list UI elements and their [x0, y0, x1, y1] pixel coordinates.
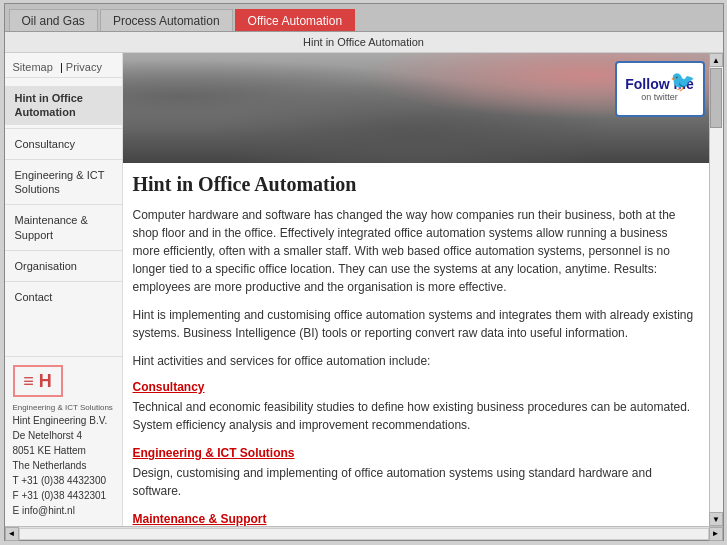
bottom-scroll-track: [19, 528, 709, 540]
consultancy-link[interactable]: Consultancy: [133, 380, 205, 394]
country: The Netherlands: [13, 458, 114, 473]
intro-paragraph: Computer hardware and software has chang…: [133, 206, 695, 296]
nav-maintenance[interactable]: Maintenance & Support: [5, 208, 122, 247]
nav-divider-1: [5, 128, 122, 129]
follow-me-badge[interactable]: 🐦 Follow me on twitter: [615, 61, 705, 117]
logo-graphic: ≡ H: [13, 365, 63, 397]
phone: T +31 (0)38 4432300: [13, 473, 114, 488]
content-scroll[interactable]: Hint in Office Automation Computer hardw…: [123, 163, 709, 526]
email[interactable]: E info@hint.nl: [13, 503, 114, 518]
nav-hint-office[interactable]: Hint in Office Automation: [5, 86, 122, 125]
follow-sub-label: on twitter: [641, 92, 678, 102]
tab-process-automation[interactable]: Process Automation: [100, 9, 233, 31]
page-title: Hint in Office Automation: [133, 173, 695, 196]
hero-image: 🐦 Follow me on twitter: [123, 53, 709, 163]
main-layout: Sitemap | Privacy Hint in Office Automat…: [5, 53, 723, 526]
browser-frame: Oil and Gas Process Automation Office Au…: [4, 3, 724, 541]
address-block: Hint Engineering B.V. De Netelhorst 4 80…: [13, 413, 114, 518]
nav-contact[interactable]: Contact: [5, 285, 122, 309]
scroll-track: [710, 67, 723, 512]
scroll-thumb[interactable]: [710, 68, 722, 128]
nav-organisation[interactable]: Organisation: [5, 254, 122, 278]
nav-consultancy[interactable]: Consultancy: [5, 132, 122, 156]
scroll-right-button[interactable]: ►: [709, 527, 723, 541]
twitter-bird-icon: 🐦: [670, 69, 695, 93]
sidebar-top-links: Sitemap | Privacy: [5, 57, 122, 78]
nav-engineering[interactable]: Engineering & ICT Solutions: [5, 163, 122, 202]
para3: Hint activities and services for office …: [133, 352, 695, 370]
section-consultancy: Consultancy Technical and economic feasi…: [133, 380, 695, 434]
sitemap-link[interactable]: Sitemap: [13, 61, 53, 73]
tab-office-automation[interactable]: Office Automation: [235, 9, 356, 31]
sidebar-logo: ≡ H Engineering & ICT Solutions Hint Eng…: [5, 356, 122, 526]
tab-bar: Oil and Gas Process Automation Office Au…: [5, 4, 723, 32]
section-engineering: Engineering & ICT Solutions Design, cust…: [133, 446, 695, 500]
logo-box: ≡ H: [13, 365, 114, 397]
logo-sub-text: Engineering & ICT Solutions: [13, 403, 114, 413]
content-area: 🐦 Follow me on twitter Hint in Office Au…: [123, 53, 709, 526]
consultancy-desc: Technical and economic feasibility studi…: [133, 398, 695, 434]
sidebar-nav: Hint in Office Automation Consultancy En…: [5, 82, 122, 356]
sidebar: Sitemap | Privacy Hint in Office Automat…: [5, 53, 123, 526]
nav-divider-2: [5, 159, 122, 160]
breadcrumb: Hint in Office Automation: [5, 32, 723, 53]
scroll-left-button[interactable]: ◄: [5, 527, 19, 541]
nav-divider-5: [5, 281, 122, 282]
engineering-desc: Design, customising and implementing of …: [133, 464, 695, 500]
nav-divider-4: [5, 250, 122, 251]
logo-letter: ≡ H: [23, 372, 52, 390]
right-scrollbar[interactable]: ▲ ▼: [709, 53, 723, 526]
fax: F +31 (0)38 4432301: [13, 488, 114, 503]
maintenance-link[interactable]: Maintenance & Support: [133, 512, 267, 526]
privacy-link[interactable]: Privacy: [66, 61, 102, 73]
bottom-scrollbar[interactable]: ◄ ►: [5, 526, 723, 540]
street: De Netelhorst 4: [13, 428, 114, 443]
engineering-link[interactable]: Engineering & ICT Solutions: [133, 446, 295, 460]
zip-city: 8051 KE Hattem: [13, 443, 114, 458]
nav-divider-3: [5, 204, 122, 205]
para2: Hint is implementing and customising off…: [133, 306, 695, 342]
scroll-down-button[interactable]: ▼: [709, 512, 723, 526]
tab-oil-gas[interactable]: Oil and Gas: [9, 9, 98, 31]
section-maintenance: Maintenance & Support Technical services…: [133, 512, 695, 526]
company-name: Hint Engineering B.V.: [13, 413, 114, 428]
scroll-up-button[interactable]: ▲: [709, 53, 723, 67]
